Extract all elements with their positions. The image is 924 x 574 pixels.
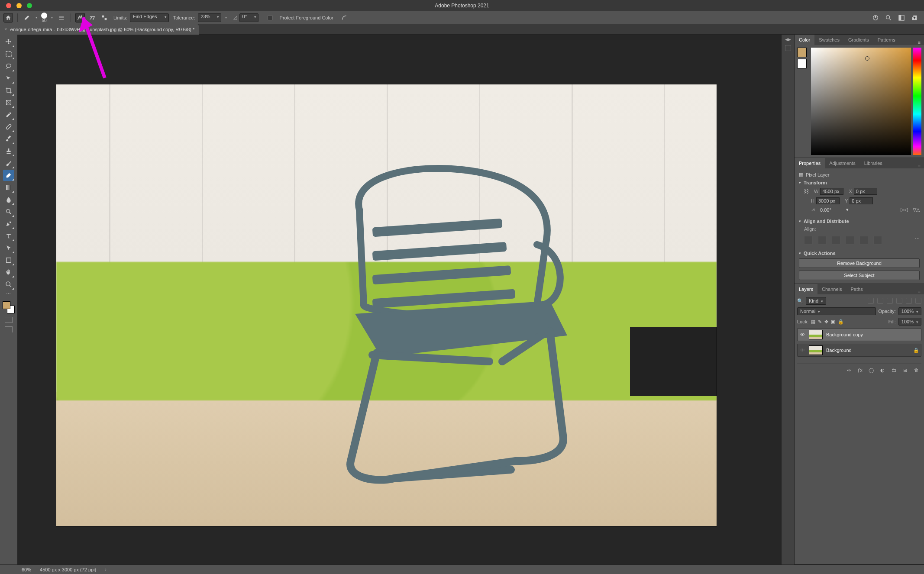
link-icon[interactable]: ⛓ [804, 189, 809, 194]
tab-paths[interactable]: Paths [846, 284, 867, 294]
selection-tool[interactable] [3, 73, 14, 84]
remove-background-button[interactable]: Remove Background [799, 258, 920, 268]
x-field[interactable]: 0 px [854, 188, 877, 195]
workspace-icon[interactable] [898, 14, 905, 21]
panel-menu-icon[interactable]: ≡ [914, 40, 924, 45]
fg-color[interactable] [797, 48, 807, 57]
more-tools[interactable]: ⋯ [3, 291, 14, 297]
close-icon[interactable] [6, 3, 11, 8]
align-top-button[interactable] [846, 236, 854, 245]
layer-item[interactable]: 👁 Background copy [797, 328, 921, 341]
panel-icon[interactable] [785, 45, 791, 51]
visibility-icon[interactable]: 👁 [799, 348, 805, 353]
frame-tool[interactable] [3, 97, 14, 108]
history-brush-tool[interactable] [3, 158, 14, 169]
new-layer-icon[interactable]: ⊞ [901, 367, 908, 374]
lock-trans-icon[interactable]: ▦ [811, 319, 815, 325]
align-right-button[interactable] [832, 236, 840, 245]
sampling-continuous-button[interactable] [75, 13, 85, 23]
angle-input[interactable]: 0° [239, 13, 258, 22]
lock-all-icon[interactable]: 🔒 [838, 319, 844, 325]
pen-tool[interactable] [3, 218, 14, 229]
search-icon[interactable]: 🔍 [797, 298, 803, 304]
eyedropper-tool[interactable] [3, 109, 14, 120]
close-tab-icon[interactable]: × [4, 27, 7, 32]
visibility-icon[interactable]: 👁 [799, 332, 805, 337]
crop-tool[interactable] [3, 85, 14, 96]
align-bottom-button[interactable] [873, 236, 882, 245]
opacity-field[interactable]: 100% [898, 307, 921, 315]
filter-toggle-icon[interactable] [915, 298, 921, 304]
select-subject-button[interactable]: Select Subject [799, 271, 920, 280]
lock-pixel-icon[interactable]: ✎ [818, 319, 822, 325]
share-icon[interactable] [911, 14, 918, 21]
saturation-field[interactable] [811, 48, 911, 155]
blend-mode-select[interactable]: Normal [797, 307, 876, 315]
blur-tool[interactable] [3, 194, 14, 205]
filter-pixel-icon[interactable] [868, 298, 874, 304]
tab-adjustments[interactable]: Adjustments [825, 158, 860, 168]
protect-foreground-checkbox[interactable] [268, 15, 273, 20]
filter-kind-select[interactable]: Kind [806, 297, 826, 305]
document-canvas[interactable] [56, 84, 717, 526]
rotation-field[interactable]: 0.00° [820, 207, 841, 213]
lock-icon[interactable]: 🔒 [913, 348, 919, 353]
dodge-tool[interactable] [3, 206, 14, 217]
lock-pos-icon[interactable]: ✥ [824, 319, 828, 325]
filter-adjust-icon[interactable] [877, 298, 883, 304]
chevron-down-icon[interactable]: ▾ [224, 16, 228, 19]
expand-icon[interactable]: ◀▶ [785, 37, 791, 42]
layer-name[interactable]: Background [826, 348, 910, 353]
tab-patterns[interactable]: Patterns [873, 35, 900, 45]
fill-field[interactable]: 100% [898, 318, 921, 326]
sampling-once-button[interactable] [87, 13, 97, 23]
align-vcenter-button[interactable] [859, 236, 868, 245]
search-icon[interactable] [885, 14, 892, 21]
move-tool[interactable] [3, 36, 14, 48]
twist-icon[interactable]: ▾ [799, 251, 801, 255]
path-select-tool[interactable] [3, 242, 14, 254]
mask-icon[interactable]: ◯ [868, 367, 875, 374]
chevron-down-icon[interactable]: ▾ [50, 16, 54, 19]
marquee-tool[interactable] [3, 48, 14, 60]
eraser-tool[interactable] [3, 170, 14, 181]
tool-preset-button[interactable] [22, 13, 32, 23]
lasso-tool[interactable] [3, 61, 14, 72]
color-swatches[interactable] [3, 301, 15, 313]
filter-shape-icon[interactable] [896, 298, 902, 304]
pressure-button[interactable] [339, 13, 349, 23]
cloud-icon[interactable] [872, 14, 879, 21]
shape-tool[interactable] [3, 255, 14, 266]
width-field[interactable]: 4500 px [820, 188, 843, 195]
flip-v-icon[interactable]: ▽△ [913, 207, 920, 213]
brush-settings-button[interactable] [57, 13, 66, 23]
tab-layers[interactable]: Layers [795, 284, 817, 294]
limits-select[interactable]: Find Edges [130, 13, 169, 22]
tab-properties[interactable]: Properties [795, 158, 825, 168]
panel-menu-icon[interactable]: ≡ [914, 289, 924, 294]
group-icon[interactable]: 🗀 [890, 367, 897, 374]
healing-tool[interactable] [3, 121, 14, 132]
tab-swatches[interactable]: Swatches [814, 35, 844, 45]
gradient-tool[interactable] [3, 182, 14, 193]
height-field[interactable]: 3000 px [816, 197, 840, 204]
layer-thumbnail[interactable] [809, 345, 823, 355]
layer-item[interactable]: 👁 Background 🔒 [797, 344, 921, 357]
panel-menu-icon[interactable]: ≡ [914, 163, 924, 168]
filter-type-icon[interactable] [887, 298, 893, 304]
home-button[interactable] [3, 13, 13, 23]
link-layers-icon[interactable]: ⇔ [845, 367, 852, 374]
delete-icon[interactable]: 🗑 [913, 367, 920, 374]
fx-icon[interactable]: ƒx [856, 367, 863, 374]
tab-channels[interactable]: Channels [817, 284, 846, 294]
tab-gradients[interactable]: Gradients [844, 35, 873, 45]
hand-tool[interactable] [3, 267, 14, 278]
quickmask-toggle[interactable] [5, 317, 13, 323]
foreground-swatch[interactable] [3, 301, 10, 309]
align-hcenter-button[interactable] [818, 236, 827, 245]
chevron-down-icon[interactable]: ▾ [34, 16, 39, 19]
filter-smart-icon[interactable] [906, 298, 912, 304]
zoom-tool[interactable] [3, 279, 14, 290]
flip-h-icon[interactable]: ▷◁ [901, 207, 908, 213]
hue-slider[interactable] [913, 48, 921, 155]
